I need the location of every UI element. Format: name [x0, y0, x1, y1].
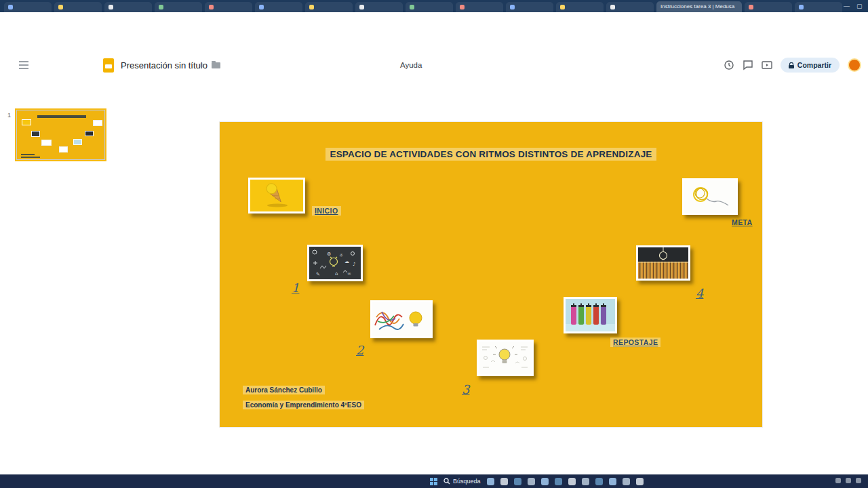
browser-tab[interactable]: [104, 2, 152, 12]
link-2[interactable]: 2: [356, 343, 363, 357]
thumb-image: [93, 120, 102, 126]
document-title[interactable]: Presentación sin título: [121, 60, 208, 70]
browser-tab[interactable]: [205, 2, 252, 12]
browser-tab[interactable]: [406, 2, 453, 12]
tab-favicon-icon: [58, 5, 63, 9]
app-header: Presentación sin título ☆ Ayuda Comparti…: [0, 56, 868, 77]
slides-logo-icon: [103, 58, 114, 73]
history-icon[interactable]: [724, 60, 734, 70]
svg-text:⚙: ⚙: [327, 251, 331, 257]
thumb-text-line: [21, 157, 40, 158]
tab-favicon-icon: [309, 5, 314, 9]
thumb-text-line: [21, 154, 35, 155]
comment-icon[interactable]: [743, 60, 753, 70]
tab-favicon-icon: [108, 5, 113, 9]
browser-tab[interactable]: [506, 2, 553, 12]
menu-icon[interactable]: [19, 61, 28, 69]
system-tray[interactable]: [835, 478, 861, 483]
browser-tab[interactable]: [305, 2, 353, 12]
link-repostaje[interactable]: REPOSTAJE: [610, 338, 660, 347]
svg-text:⌂: ⌂: [335, 271, 338, 277]
taskbar-search-label: Búsqueda: [453, 478, 481, 485]
chalkboard-doodles-photo[interactable]: ⚙ ☼ ✎ ∞ ♪ ⌂ ☁: [307, 245, 363, 281]
browser-tab-active[interactable]: Instrucciones tarea 3 | Medusa: [656, 1, 742, 12]
account-avatar[interactable]: [848, 58, 861, 72]
window-controls: — ▢ ✕: [844, 0, 868, 12]
tab-favicon-icon: [799, 5, 804, 9]
slide-title: ESPACIO DE ACTIVIDADES CON RITMOS DISTIN…: [220, 148, 762, 161]
start-button-icon[interactable]: [430, 478, 437, 485]
maximize-icon[interactable]: ▢: [856, 0, 863, 12]
star-icon[interactable]: ☆: [198, 60, 205, 69]
lock-icon: [789, 62, 794, 68]
taskbar-app-icon[interactable]: [568, 478, 576, 485]
tab-favicon-icon: [259, 5, 264, 9]
course-text: Economía y Emprendimiento 4ºESO: [243, 401, 364, 409]
browser-tab[interactable]: [155, 2, 202, 12]
tab-favicon-icon: [460, 5, 465, 9]
taskbar-app-icon[interactable]: [500, 478, 508, 485]
taskbar-app-icon[interactable]: [541, 478, 549, 485]
browser-tab[interactable]: [456, 2, 503, 12]
share-button[interactable]: Compartir: [781, 58, 840, 73]
thumb-image: [41, 140, 52, 146]
taskbar-app-icon[interactable]: [528, 478, 535, 485]
taskbar-app-icon[interactable]: [636, 478, 644, 485]
slide-thumbnail[interactable]: [16, 110, 105, 160]
taskbar-app-icon[interactable]: [609, 478, 616, 485]
tab-favicon-icon: [410, 5, 414, 9]
link-meta[interactable]: META: [732, 218, 753, 226]
tab-favicon-icon: [8, 5, 13, 9]
link-1[interactable]: 1: [292, 281, 299, 295]
taskbar-app-icon[interactable]: [514, 478, 521, 485]
tangled-threads-bulb-photo[interactable]: [370, 300, 433, 338]
minimize-icon[interactable]: —: [844, 0, 850, 12]
taskbar-app-icon[interactable]: [623, 478, 630, 485]
colored-batteries-photo[interactable]: [564, 297, 617, 333]
svg-text:☁: ☁: [344, 259, 349, 264]
tab-favicon-icon: [610, 5, 615, 9]
thumb-image: [59, 146, 68, 152]
thumb-image: [31, 131, 40, 137]
link-inicio[interactable]: INICIO: [312, 206, 341, 216]
yellow-cone-bulb-photo[interactable]: [248, 178, 305, 214]
menu-item-help[interactable]: Ayuda: [400, 61, 422, 69]
taskbar: Búsqueda: [0, 474, 868, 488]
link-4[interactable]: 4: [696, 286, 703, 300]
browser-tab[interactable]: [4, 2, 52, 12]
taskbar-search[interactable]: Búsqueda: [443, 478, 481, 485]
slide-thumbnail-number: 1: [7, 112, 11, 119]
svg-text:✎: ✎: [316, 272, 320, 277]
tab-favicon-icon: [749, 5, 753, 9]
taskbar-app-icon[interactable]: [582, 478, 589, 485]
author-text: Aurora Sánchez Cubillo: [243, 386, 325, 394]
browser-tab[interactable]: [355, 2, 403, 12]
browser-tab[interactable]: [606, 2, 654, 12]
taskbar-app-icon[interactable]: [487, 478, 494, 485]
tab-favicon-icon: [209, 5, 214, 9]
svg-text:∞: ∞: [347, 271, 351, 277]
taskbar-app-icon[interactable]: [595, 478, 603, 485]
browser-tab[interactable]: [54, 2, 102, 12]
browser-tab[interactable]: [795, 2, 842, 12]
share-button-label: Compartir: [797, 61, 831, 69]
browser-tab-bar: Instrucciones tarea 3 | Medusa — ▢ ✕: [0, 0, 868, 12]
browser-tab[interactable]: [556, 2, 604, 12]
thumb-title-line: [37, 115, 86, 118]
pencils-bulb-photo[interactable]: [636, 245, 690, 281]
link-3[interactable]: 3: [462, 382, 469, 396]
header-actions: Compartir: [724, 58, 861, 73]
browser-tab[interactable]: [745, 2, 792, 12]
svg-text:☼: ☼: [339, 253, 343, 258]
move-folder-icon[interactable]: [212, 62, 220, 68]
bulb-drawing-photo[interactable]: [477, 340, 534, 376]
svg-text:♪: ♪: [353, 262, 355, 267]
thumb-image: [73, 139, 82, 145]
taskbar-app-icon[interactable]: [555, 478, 562, 485]
yarn-bulb-sketch-photo[interactable]: [682, 178, 738, 215]
search-icon: [443, 478, 450, 485]
browser-tab[interactable]: [255, 2, 302, 12]
slide-canvas[interactable]: ESPACIO DE ACTIVIDADES CON RITMOS DISTIN…: [220, 122, 762, 427]
tab-favicon-icon: [359, 5, 364, 9]
present-icon[interactable]: [762, 60, 772, 70]
